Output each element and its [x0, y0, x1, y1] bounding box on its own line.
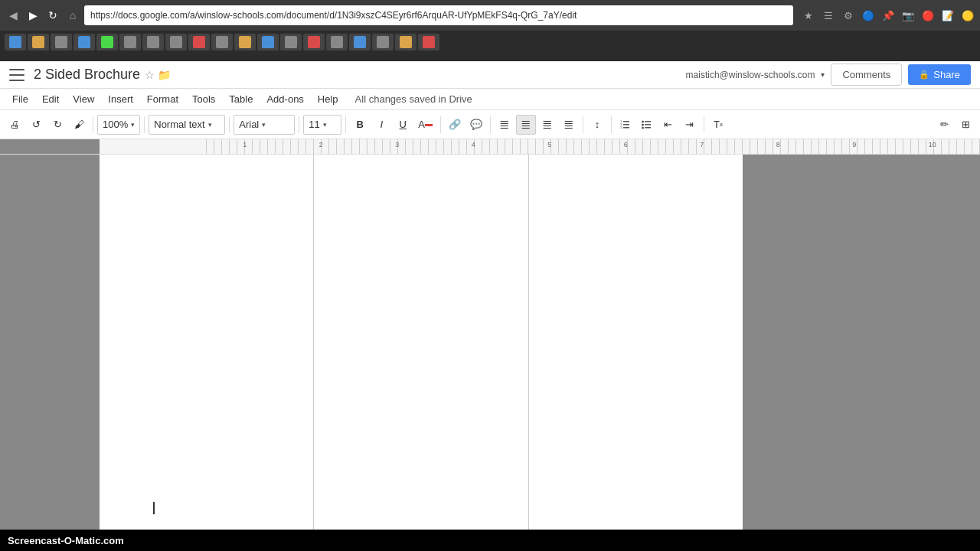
menu-table[interactable]: Table	[223, 91, 259, 107]
print-button[interactable]: 🖨	[5, 115, 24, 135]
column-2[interactable]	[314, 155, 528, 530]
align-center-button[interactable]: ≣	[516, 115, 536, 135]
svg-rect-6	[645, 121, 651, 122]
menu-insert[interactable]: Insert	[102, 91, 139, 107]
browser-icon-5[interactable]: 📝	[940, 8, 956, 23]
menu-addons[interactable]: Add-ons	[260, 91, 309, 107]
link-button[interactable]: 🔗	[445, 115, 465, 135]
browser-menu-icon[interactable]: ☰	[821, 8, 836, 23]
extensions-icon[interactable]: ⚙	[841, 8, 856, 23]
bookmark-item[interactable]	[5, 34, 26, 51]
decrease-indent-button[interactable]: ⇤	[658, 115, 678, 135]
bookmark-item[interactable]	[257, 34, 279, 51]
redo-button[interactable]: ↻	[47, 115, 67, 135]
hamburger-menu[interactable]	[9, 69, 24, 81]
zoom-dropdown[interactable]: 100% ▾	[97, 115, 140, 135]
bullet-list-button[interactable]	[637, 115, 657, 135]
bookmark-item[interactable]	[51, 34, 72, 51]
column-3[interactable]	[529, 155, 743, 530]
align-left-button[interactable]: ≣	[495, 115, 514, 135]
ruler-num: 8	[776, 141, 780, 148]
bookmark-item[interactable]	[119, 34, 141, 51]
star-icon[interactable]: ☆	[145, 69, 155, 81]
bookmark-item[interactable]	[211, 34, 233, 51]
bullet-list-icon	[642, 119, 652, 130]
browser-icon-3[interactable]: 📷	[900, 8, 916, 23]
share-button[interactable]: 🔒 Share	[908, 64, 971, 85]
bookmark-item[interactable]	[395, 34, 416, 51]
bookmark-item[interactable]	[418, 34, 439, 51]
bookmark-item[interactable]	[372, 34, 394, 51]
bookmark-star-icon[interactable]: ★	[801, 8, 816, 23]
bookmark-item[interactable]	[96, 34, 118, 51]
browser-icon-4[interactable]: 🔴	[920, 8, 936, 23]
underline-button[interactable]: U	[393, 115, 413, 135]
ruler-num: 7	[700, 141, 704, 148]
toolbar-separator	[144, 116, 145, 133]
toolbar-separator	[345, 116, 346, 133]
back-btn[interactable]: ◀	[5, 7, 21, 24]
menu-view[interactable]: View	[67, 91, 100, 107]
align-justify-button[interactable]: ≣	[559, 115, 579, 135]
bookmark-icon	[423, 36, 435, 48]
align-right-button[interactable]: ≣	[537, 115, 557, 135]
browser-chrome: ◀ ▶ ↻ ⌂ https://docs.google.com/a/winslo…	[0, 0, 980, 61]
menu-help[interactable]: Help	[312, 91, 345, 107]
bookmark-icon	[32, 36, 44, 48]
bookmark-item[interactable]	[234, 34, 256, 51]
bookmark-item[interactable]	[165, 34, 187, 51]
font-dropdown[interactable]: Arial ▾	[234, 115, 295, 135]
comment-button[interactable]: 💬	[466, 115, 486, 135]
style-dropdown[interactable]: Normal text ▾	[149, 115, 225, 135]
browser-icon-2[interactable]: 📌	[880, 8, 896, 23]
bookmark-item[interactable]	[349, 34, 371, 51]
bookmarks-bar	[0, 31, 980, 54]
ruler-num: 5	[547, 141, 551, 148]
italic-button[interactable]: I	[371, 115, 391, 135]
comments-button[interactable]: Comments	[831, 64, 902, 86]
bookmark-item[interactable]	[188, 34, 210, 51]
document-title[interactable]: 2 Sided Brochure	[34, 67, 140, 83]
font-size-dropdown[interactable]: 11 ▾	[303, 115, 341, 135]
ruler-num: 9	[852, 141, 856, 148]
folder-icon[interactable]: 📁	[158, 69, 171, 81]
ruler-num: 4	[472, 141, 475, 148]
forward-btn[interactable]: ▶	[24, 7, 41, 24]
undo-button[interactable]: ↺	[26, 115, 46, 135]
svg-text:3.: 3.	[620, 126, 622, 129]
menu-file[interactable]: File	[6, 91, 34, 107]
toolbar: 🖨 ↺ ↻ 🖌 100% ▾ Normal text ▾ Arial ▾ 11 …	[0, 110, 980, 139]
increase-indent-button[interactable]: ⇥	[680, 115, 700, 135]
bookmark-item[interactable]	[280, 34, 302, 51]
bookmark-item[interactable]	[303, 34, 325, 51]
numbered-list-button[interactable]: 1. 2. 3.	[616, 115, 635, 135]
line-spacing-button[interactable]: ↕	[587, 115, 607, 135]
browser-icon-6[interactable]: 🟡	[960, 8, 975, 23]
user-dropdown-arrow[interactable]: ▾	[821, 70, 825, 79]
menu-bar: File Edit View Insert Format Tools Table…	[0, 89, 980, 110]
bookmark-item[interactable]	[74, 34, 95, 51]
menu-tools[interactable]: Tools	[186, 91, 221, 107]
column-1[interactable]	[100, 155, 314, 530]
ruler-num: 1	[243, 141, 247, 148]
edit-mode-button[interactable]: ✏	[934, 115, 954, 135]
url-text: https://docs.google.com/a/winslow-school…	[90, 10, 787, 21]
menu-edit[interactable]: Edit	[36, 91, 65, 107]
home-btn[interactable]: ⌂	[64, 7, 81, 24]
bookmark-item[interactable]	[142, 34, 164, 51]
clear-format-button[interactable]: Tx	[708, 115, 728, 135]
bookmark-icon	[239, 36, 251, 48]
menu-format[interactable]: Format	[141, 91, 185, 107]
browser-icon-1[interactable]: 🔵	[861, 8, 876, 23]
text-color-button[interactable]: A	[414, 115, 436, 135]
document-page[interactable]	[100, 155, 743, 530]
hamburger-line	[9, 80, 24, 81]
bold-button[interactable]: B	[350, 115, 370, 135]
ruler-num: 3	[395, 141, 399, 148]
bookmark-item[interactable]	[28, 34, 49, 51]
bookmark-item[interactable]	[326, 34, 348, 51]
address-bar[interactable]: https://docs.google.com/a/winslow-school…	[84, 5, 793, 25]
paint-format-button[interactable]: 🖌	[69, 115, 89, 135]
expand-button[interactable]: ⊞	[956, 115, 975, 135]
refresh-btn[interactable]: ↻	[44, 7, 61, 24]
